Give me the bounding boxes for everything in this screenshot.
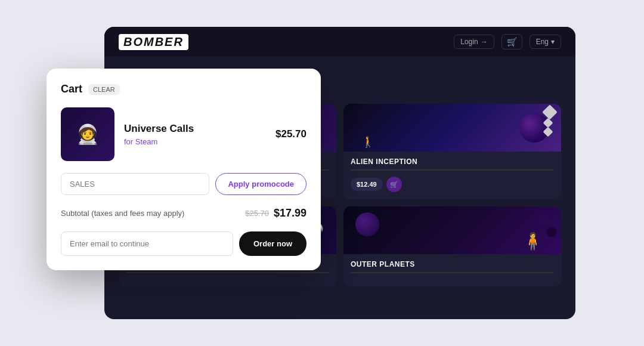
order-button[interactable]: Order now <box>239 231 306 256</box>
card-body-outer: OUTER PLANETS <box>343 254 561 286</box>
login-icon: → <box>481 38 488 46</box>
outer-planet-icon <box>355 212 379 236</box>
promo-input[interactable] <box>61 173 209 195</box>
clear-button[interactable]: CLEAR <box>88 84 120 95</box>
product-title-alien: ALIEN INCEPTION <box>351 157 554 166</box>
card-actions-alien: $12.49 🛒 <box>351 177 554 192</box>
apply-promo-button[interactable]: Apply promocode <box>215 173 306 195</box>
small-planet <box>537 212 552 227</box>
card-divider <box>351 272 554 273</box>
email-input[interactable] <box>61 231 233 256</box>
lang-label: Eng <box>536 38 549 46</box>
diamond-shapes <box>544 107 555 135</box>
product-image-outer: 🧍 <box>343 206 561 254</box>
promo-row: Apply promocode <box>61 173 306 195</box>
price-tag: $12.49 <box>351 178 383 191</box>
product-title-outer: OUTER PLANETS <box>351 260 554 268</box>
login-label: Login <box>460 38 478 46</box>
language-selector[interactable]: Eng ▾ <box>530 35 561 49</box>
item-platform: for Steam <box>124 137 266 146</box>
header: BOMBER Login → 🛒 Eng ▾ <box>104 27 575 57</box>
item-astronaut-icon: 🧑‍🚀 <box>76 123 100 146</box>
email-row: Order now <box>61 231 306 256</box>
add-to-cart-button[interactable]: 🛒 <box>386 177 402 192</box>
card-divider <box>351 169 554 171</box>
logo: BOMBER <box>119 34 188 50</box>
cart-icon[interactable]: 🛒 <box>501 34 522 50</box>
header-right: Login → 🛒 Eng ▾ <box>454 34 561 50</box>
cart-header: Cart CLEAR <box>61 83 306 95</box>
item-info: Universe Calls for Steam <box>124 123 266 146</box>
standing-figure-icon: 🧍 <box>522 231 543 251</box>
subtotal-row: Subtotal (taxes and fees may apply) $25.… <box>61 207 306 220</box>
card-body-alien: ALIEN INCEPTION $12.49 🛒 <box>343 152 561 199</box>
small-figure-icon: 🚶 <box>361 135 374 149</box>
login-button[interactable]: Login → <box>454 35 494 49</box>
subtotal-prices: $25.70 $17.99 <box>245 207 306 220</box>
card-divider <box>126 272 329 273</box>
new-price: $17.99 <box>274 207 306 220</box>
diamond-shape-small2 <box>543 127 553 137</box>
product-card-outer-planets: 🧍 OUTER PLANETS <box>343 206 561 286</box>
product-card-alien-inception: 🚶 ALIEN INCEPTION $12.49 🛒 <box>343 104 561 199</box>
subtotal-label: Subtotal (taxes and fees may apply) <box>61 209 184 218</box>
cart-item: 🧑‍🚀 Universe Calls for Steam $25.70 <box>61 107 306 161</box>
item-thumbnail: 🧑‍🚀 <box>61 107 114 161</box>
diamond-shape <box>542 104 557 119</box>
tiny-planet <box>547 227 556 237</box>
item-name: Universe Calls <box>124 123 266 135</box>
cart-modal: Cart CLEAR 🧑‍🚀 Universe Calls for Steam … <box>47 69 321 270</box>
price-action: $12.49 🛒 <box>351 177 402 192</box>
product-image-alien: 🚶 <box>343 104 561 152</box>
chevron-down-icon: ▾ <box>551 38 555 46</box>
old-price: $25.70 <box>245 209 269 218</box>
item-price: $25.70 <box>275 128 306 140</box>
cart-title: Cart <box>61 83 82 95</box>
